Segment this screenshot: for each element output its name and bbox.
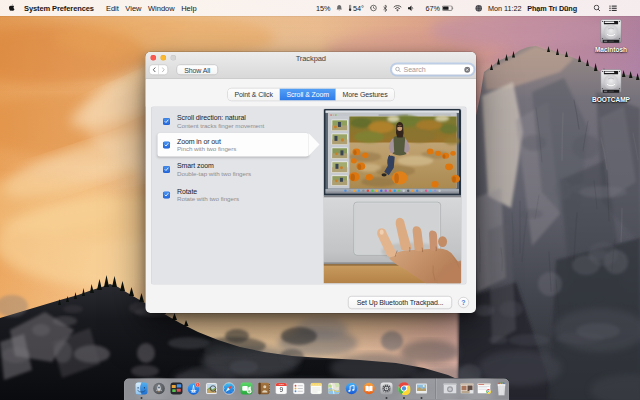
dock-item-system-preferences[interactable] — [378, 378, 396, 399]
mission-control-icon — [170, 382, 183, 395]
dock-item-itunes[interactable] — [343, 378, 361, 399]
window-title: Trackpad — [146, 54, 477, 63]
dock-item-reminders[interactable] — [290, 378, 308, 399]
finder-icon — [135, 382, 148, 395]
dock-item-safari[interactable] — [220, 378, 238, 399]
dock-item-launchpad[interactable] — [150, 378, 168, 399]
minimize-button[interactable] — [161, 55, 167, 61]
contacts-icon — [258, 382, 271, 395]
wifi-icon[interactable] — [393, 5, 402, 12]
app-store-icon — [187, 382, 201, 396]
dock-item-chrome[interactable] — [395, 378, 413, 399]
desktop-icon-label: BOOTCAMP — [581, 96, 640, 104]
system-preferences-icon — [380, 382, 393, 395]
ibooks-icon — [362, 382, 375, 395]
menu-app-name[interactable]: System Preferences — [24, 4, 94, 13]
trash-full-icon — [495, 381, 508, 396]
dock-item-app-store[interactable] — [185, 378, 203, 399]
time-machine-icon[interactable] — [369, 4, 377, 12]
tab-scroll-and-zoom[interactable]: Scroll & Zoom — [279, 89, 335, 101]
tab-point-and-click[interactable]: Point & Click — [228, 89, 279, 101]
desktop-icon-macintosh[interactable]: Macintosh — [581, 19, 640, 54]
desktop-icon-label: Macintosh — [581, 46, 640, 54]
menu-clock[interactable]: Mon 11:22 — [488, 4, 522, 12]
close-button[interactable] — [151, 55, 157, 61]
setting-rotate[interactable]: Rotate Rotate with two fingers — [151, 183, 239, 207]
trackpad-preferences-window: Trackpad Show All Search Point & Cl — [146, 52, 477, 313]
apple-menu-icon[interactable] — [9, 4, 16, 12]
setting-title: Rotate — [177, 187, 239, 195]
setting-subtitle: Double-tap with two fingers — [177, 170, 251, 177]
hard-drive-icon — [598, 69, 625, 95]
setting-scroll-direction[interactable]: Scroll direction: natural Content tracks… — [151, 110, 264, 134]
calendar-icon: MON 9 — [275, 382, 288, 395]
search-icon — [395, 67, 401, 73]
back-button[interactable] — [150, 65, 159, 75]
menu-help[interactable]: Help — [181, 4, 196, 13]
checkbox-checked[interactable] — [163, 166, 170, 173]
setting-smart-zoom[interactable]: Smart zoom Double-tap with two fingers — [151, 158, 251, 182]
checkbox-checked[interactable] — [163, 118, 170, 125]
menu-view[interactable]: View — [125, 4, 141, 13]
clear-search-icon[interactable] — [464, 66, 471, 73]
checkbox-checked[interactable] — [163, 141, 170, 148]
dock-item-trash[interactable] — [493, 378, 511, 399]
menu-edit[interactable]: Edit — [106, 4, 119, 13]
launchpad-icon — [152, 382, 165, 395]
svg-text:MON: MON — [279, 383, 284, 385]
notification-center-icon[interactable] — [609, 5, 617, 12]
gesture-demo-video — [324, 109, 462, 284]
dock: MON 9 — [124, 379, 509, 400]
show-all-button[interactable]: Show All — [177, 65, 219, 76]
nav-buttons — [149, 65, 168, 76]
search-placeholder: Search — [404, 66, 465, 74]
dock-minimized-window-2[interactable] — [459, 378, 476, 399]
globe-icon[interactable] — [475, 4, 483, 12]
user-menu[interactable]: Phạm Trí Dũng — [527, 4, 577, 12]
status-temperature[interactable]: 54° — [348, 4, 364, 12]
dock-item-facetime[interactable] — [238, 378, 256, 399]
setting-subtitle: Pinch with two fingers — [177, 146, 236, 153]
dock-item-calendar[interactable]: MON 9 — [273, 378, 291, 399]
dock-item-photos[interactable] — [413, 378, 431, 399]
settings-panel: Scroll direction: natural Content tracks… — [151, 107, 467, 285]
desktop-icon-bootcamp[interactable]: BOOTCAMP — [581, 69, 640, 104]
forward-button[interactable] — [159, 65, 168, 75]
dock-item-maps[interactable] — [325, 378, 343, 399]
search-field[interactable]: Search — [392, 64, 475, 75]
status-battery[interactable]: 67% — [425, 4, 453, 12]
window-toolbar: Trackpad Show All Search — [146, 52, 477, 79]
bluetooth-icon[interactable] — [383, 4, 388, 12]
safari-icon — [222, 382, 235, 395]
dock-item-contacts[interactable] — [255, 378, 273, 399]
notes-icon — [310, 382, 323, 395]
dock-minimized-window-1[interactable] — [442, 378, 459, 399]
checkbox-checked[interactable] — [163, 191, 170, 198]
dock-item-mission-control[interactable] — [168, 378, 186, 399]
setting-title: Scroll direction: natural — [177, 114, 264, 122]
menu-bar: System Preferences Edit View Window Help… — [0, 0, 640, 16]
volume-icon[interactable] — [407, 5, 414, 12]
maps-icon — [328, 382, 341, 395]
status-percent[interactable]: 15% — [316, 4, 331, 12]
dock-minimized-window-3[interactable] — [476, 378, 493, 399]
dock-item-preview[interactable] — [203, 378, 221, 399]
tab-more-gestures[interactable]: More Gestures — [336, 89, 395, 101]
tab-strip: Point & Click Scroll & Zoom More Gesture… — [146, 80, 477, 107]
zoom-button[interactable] — [171, 55, 177, 61]
facetime-icon — [240, 382, 253, 395]
spotlight-icon[interactable] — [594, 5, 601, 12]
dock-item-finder[interactable] — [133, 378, 151, 399]
help-button[interactable]: ? — [458, 297, 469, 308]
reminders-icon — [293, 382, 306, 395]
setup-bluetooth-trackpad-button[interactable]: Set Up Bluetooth Trackpad... — [348, 296, 452, 309]
preview-icon — [205, 382, 218, 395]
itunes-icon — [345, 382, 358, 395]
minimized-window-icon — [460, 383, 474, 394]
dock-item-ibooks[interactable] — [360, 378, 378, 399]
desktop: System Preferences Edit View Window Help… — [0, 0, 640, 400]
menu-window[interactable]: Window — [148, 4, 175, 13]
dock-item-notes[interactable] — [308, 378, 326, 399]
bell-icon[interactable] — [336, 5, 343, 12]
setting-zoom-in-or-out[interactable]: Zoom in or out Pinch with two fingers — [151, 133, 236, 157]
